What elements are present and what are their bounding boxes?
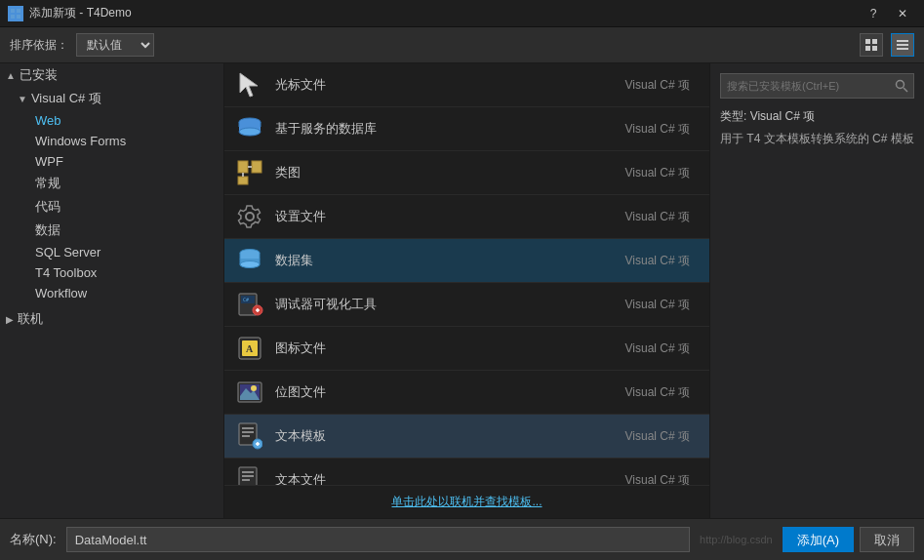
tree-item-data[interactable]: 数据 <box>0 219 223 242</box>
item-cat-icon: Visual C# 项 <box>622 340 700 357</box>
cancel-button[interactable]: 取消 <box>860 527 914 552</box>
filename-input[interactable] <box>66 527 690 552</box>
list-item-dataset[interactable]: 数据集 Visual C# 项 <box>224 239 709 283</box>
list-item-class[interactable]: 类图 Visual C# 项 <box>224 151 709 195</box>
item-cat-bitmap: Visual C# 项 <box>622 384 700 401</box>
middle-panel: 光标文件 Visual C# 项 <box>224 63 709 485</box>
search-input[interactable] <box>721 77 890 95</box>
list-item-debugger[interactable]: C# 调试器可视化工具 Visual C# 项 <box>224 283 709 327</box>
help-button[interactable]: ? <box>860 4 887 23</box>
tree-label-code: 代码 <box>35 198 60 216</box>
title-controls: ? ✕ <box>860 4 916 23</box>
tree-item-wpf[interactable]: WPF <box>0 151 223 172</box>
tree-label-web: Web <box>35 113 61 128</box>
svg-rect-2 <box>11 15 15 19</box>
right-panel: 类型: Visual C# 项 用于 T4 文本模板转换系统的 C# 模板 <box>709 63 924 518</box>
item-cat-settings: Visual C# 项 <box>622 209 700 225</box>
tree-label-general: 常规 <box>35 175 60 192</box>
search-box <box>720 73 914 99</box>
action-buttons: 添加(A) 取消 <box>783 527 914 552</box>
title-bar: 添加新项 - T4Demo ? ✕ <box>0 0 924 27</box>
svg-rect-8 <box>897 40 908 42</box>
tree-label-sqlserver: SQL Server <box>35 245 100 260</box>
tree-arrow-visual-csharp: ▼ <box>18 94 27 104</box>
bitmap-icon <box>234 377 265 408</box>
tree-label-data: 数据 <box>35 221 60 239</box>
sort-select[interactable]: 默认值 <box>76 33 154 57</box>
item-name-bitmap: 位图文件 <box>275 383 612 401</box>
tree-item-code[interactable]: 代码 <box>0 195 223 219</box>
sort-label: 排序依据： <box>10 37 68 54</box>
list-view-button[interactable] <box>891 33 914 57</box>
grid-view-button[interactable] <box>860 33 883 57</box>
item-name-settings: 设置文件 <box>275 208 612 225</box>
detail-description: 用于 T4 文本模板转换系统的 C# 模板 <box>720 131 914 147</box>
tree-item-online[interactable]: ▶ 联机 <box>0 307 223 331</box>
list-item-cursor[interactable]: 光标文件 Visual C# 项 <box>224 63 709 107</box>
tree-item-web[interactable]: Web <box>0 110 223 131</box>
tree-label-wpf: WPF <box>35 154 63 169</box>
item-cat-class: Visual C# 项 <box>622 165 700 181</box>
item-name-textfile: 文本文件 <box>275 471 612 485</box>
svg-rect-6 <box>865 46 870 51</box>
item-cat-debugger: Visual C# 项 <box>622 297 700 313</box>
item-cat-dataset: Visual C# 项 <box>622 253 700 269</box>
textfile-icon <box>234 464 265 485</box>
middle-wrapper: 光标文件 Visual C# 项 <box>224 63 709 518</box>
svg-text:C#: C# <box>243 297 249 302</box>
tree-label-t4toolbox: T4 Toolbox <box>35 265 97 280</box>
dialog: 排序依据： 默认值 ▲ 已安装 ▼ <box>0 27 924 560</box>
dataset-icon <box>234 245 265 276</box>
svg-point-48 <box>897 81 904 89</box>
tree-item-visual-csharp[interactable]: ▼ Visual C# 项 <box>0 87 223 110</box>
toolbar: 排序依据： 默认值 <box>0 27 924 63</box>
item-cat-textfile: Visual C# 项 <box>622 472 700 486</box>
svg-rect-17 <box>238 161 248 173</box>
watermark: http://blog.csdn <box>700 534 773 545</box>
items-list: 光标文件 Visual C# 项 <box>224 63 709 485</box>
tree-item-winforms[interactable]: Windows Forms <box>0 131 223 151</box>
content-area: ▲ 已安装 ▼ Visual C# 项 Web Windows Forms WP… <box>0 63 924 518</box>
svg-point-36 <box>251 385 257 391</box>
tree-label-workflow: Workflow <box>35 286 87 300</box>
tree-label-installed: 已安装 <box>20 66 58 84</box>
tree-item-workflow[interactable]: Workflow <box>0 283 223 303</box>
list-item-settings[interactable]: 设置文件 Visual C# 项 <box>224 195 709 239</box>
item-name-icon: 图标文件 <box>275 340 612 357</box>
tree-item-t4toolbox[interactable]: T4 Toolbox <box>0 262 223 283</box>
svg-point-14 <box>239 128 261 136</box>
title-bar-left: 添加新项 - T4Demo <box>8 5 132 21</box>
svg-point-23 <box>240 261 260 268</box>
item-name-servicedb: 基于服务的数据库 <box>275 120 612 138</box>
tree-label-winforms: Windows Forms <box>35 134 126 148</box>
tree-arrow-online: ▶ <box>6 314 14 325</box>
database-icon <box>234 113 265 144</box>
tree-item-installed[interactable]: ▲ 已安装 <box>0 63 223 87</box>
svg-text:A: A <box>246 343 254 354</box>
list-item-servicedb[interactable]: 基于服务的数据库 Visual C# 项 <box>224 107 709 151</box>
bottom-area: 名称(N): http://blog.csdn 添加(A) 取消 <box>0 518 924 560</box>
list-item-texttemplate[interactable]: 文本模板 Visual C# 项 <box>224 415 709 459</box>
window-title: 添加新项 - T4Demo <box>29 5 132 21</box>
svg-rect-10 <box>897 48 908 50</box>
list-item-icon[interactable]: A 图标文件 Visual C# 项 <box>224 327 709 371</box>
texttemplate-icon <box>234 420 265 452</box>
close-button[interactable]: ✕ <box>889 4 916 23</box>
svg-rect-0 <box>11 9 15 13</box>
class-icon <box>234 157 265 188</box>
search-button[interactable] <box>890 74 913 98</box>
list-item-textfile[interactable]: 文本文件 Visual C# 项 <box>224 459 709 485</box>
left-panel: ▲ 已安装 ▼ Visual C# 项 Web Windows Forms WP… <box>0 63 224 518</box>
item-name-dataset: 数据集 <box>275 252 612 269</box>
tree-item-general[interactable]: 常规 <box>0 172 223 195</box>
item-name-texttemplate: 文本模板 <box>275 427 612 445</box>
item-name-debugger: 调试器可视化工具 <box>275 296 612 313</box>
svg-rect-19 <box>238 177 248 184</box>
list-item-bitmap[interactable]: 位图文件 Visual C# 项 <box>224 371 709 415</box>
tree-item-sqlserver[interactable]: SQL Server <box>0 242 223 262</box>
add-button[interactable]: 添加(A) <box>783 527 854 552</box>
online-link[interactable]: 单击此处以联机并查找模板... <box>391 495 542 508</box>
item-name-cursor: 光标文件 <box>275 76 612 94</box>
name-label: 名称(N): <box>10 531 57 548</box>
svg-rect-3 <box>17 15 20 19</box>
